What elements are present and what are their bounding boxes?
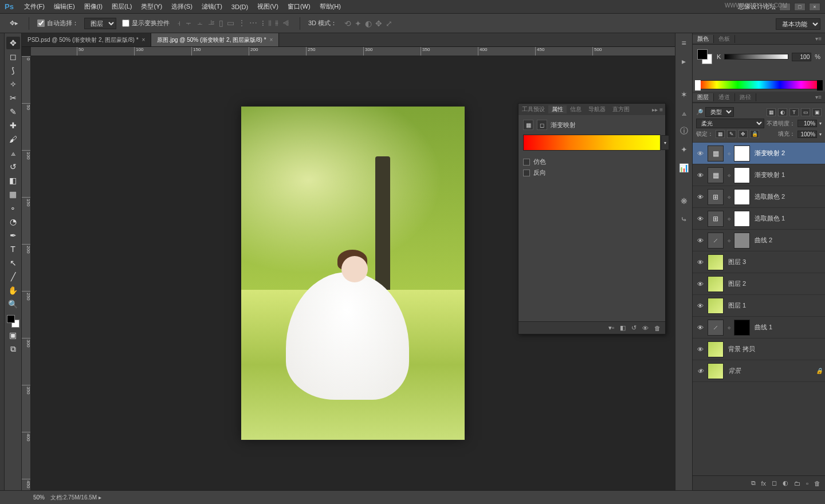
wand-tool[interactable]: ✧ [6, 78, 20, 90]
layer-name[interactable]: 曲线 2 [755, 236, 823, 245]
color-swatch[interactable] [7, 315, 19, 328]
document-tab-1[interactable]: PSD.psd @ 50% (渐变映射 2, 图层蒙版/8) *× [22, 33, 151, 46]
eyedropper-tool[interactable]: ✎ [6, 105, 20, 118]
layer-name[interactable]: 选取颜色 2 [755, 192, 823, 201]
move-tool[interactable]: ✥ [6, 37, 20, 49]
lock-position-icon[interactable]: ✥ [738, 130, 748, 138]
tab-properties[interactable]: 属性 [548, 105, 567, 113]
visibility-toggle[interactable]: 👁 [695, 237, 705, 244]
crop-tool[interactable]: ✂ [6, 92, 20, 104]
layer-row[interactable]: 👁▦⟐渐变映射 2 [693, 143, 825, 164]
gradient-tool[interactable]: ▦ [6, 188, 20, 200]
move-tool-icon[interactable]: ✥▸ [7, 17, 21, 30]
lasso-tool[interactable]: ⟆ [6, 64, 20, 77]
properties-panel[interactable]: 工具预设 属性 信息 导航器 直方图 ▸▸ ≡ ▦ ◻ 渐变映射 ▾ [518, 103, 666, 334]
layer-name[interactable]: 背景 [728, 367, 814, 375]
menu-image[interactable]: 图像(I) [80, 2, 107, 11]
layer-name[interactable]: 渐变映射 1 [755, 171, 823, 179]
visibility-toggle[interactable]: 👁 [695, 368, 705, 375]
k-value-input[interactable] [792, 53, 811, 61]
menu-layer[interactable]: 图层(L) [107, 2, 136, 11]
stamp-tool[interactable]: ⟁ [6, 147, 20, 159]
panel-collapse-icon[interactable]: ▸▸ ≡ [650, 107, 665, 113]
type-tool[interactable]: T [6, 243, 20, 255]
layer-row[interactable]: 👁▦⟐渐变映射 1 [693, 164, 825, 186]
visibility-toggle[interactable]: 👁 [695, 150, 705, 157]
visibility-toggle[interactable]: 👁 [695, 194, 705, 200]
tab-channels[interactable]: 通道 [714, 93, 735, 101]
visibility-toggle[interactable]: 👁 [695, 346, 705, 353]
dock-actions-icon[interactable]: ▸ [678, 55, 690, 68]
lock-all-icon[interactable]: 🔒 [750, 130, 759, 138]
menu-edit[interactable]: 编辑(E) [49, 2, 80, 11]
dodge-tool[interactable]: ◔ [6, 215, 20, 228]
dock-para-icon[interactable]: ⤷ [678, 213, 690, 226]
menu-view[interactable]: 视图(V) [253, 2, 283, 11]
blur-tool[interactable]: ∘ [6, 202, 20, 214]
new-group-icon[interactable]: 🗀 [794, 480, 800, 487]
show-transform-checkbox[interactable]: 显示变换控件 [122, 19, 170, 27]
layer-row[interactable]: 👁⊞⟐选取颜色 2 [693, 186, 825, 208]
clip-icon[interactable]: ▾▫ [608, 324, 614, 332]
auto-select-target[interactable]: 图层 [84, 18, 116, 29]
document-tab-2[interactable]: 原图.jpg @ 50% (渐变映射 2, 图层蒙版/8) *× [151, 33, 279, 46]
visibility-toggle[interactable]: 👁 [695, 215, 705, 222]
window-close-button[interactable]: × [809, 3, 820, 11]
auto-select-checkbox[interactable]: 自动选择： [37, 19, 78, 27]
color-swatch-picker[interactable] [697, 49, 712, 64]
dock-char-icon[interactable]: ❋ [678, 195, 690, 207]
tab-navigator[interactable]: 导航器 [585, 105, 609, 113]
layer-name[interactable]: 曲线 1 [755, 323, 823, 332]
delete-layer-icon[interactable]: 🗑 [814, 480, 820, 487]
workspace-switcher[interactable]: 基本功能 [776, 18, 820, 30]
layer-row[interactable]: 👁图层 3 [693, 251, 825, 273]
menu-type[interactable]: 类型(Y) [136, 2, 167, 11]
delete-icon[interactable]: 🗑 [654, 325, 661, 332]
filter-shape-icon[interactable]: ▭ [801, 108, 810, 116]
link-layers-icon[interactable]: ⧉ [751, 479, 756, 487]
dither-checkbox[interactable]: 仿色 [523, 158, 661, 166]
dock-info-icon[interactable]: ⓘ [678, 125, 690, 137]
layer-name[interactable]: 图层 1 [728, 301, 823, 310]
lock-paint-icon[interactable]: ✎ [727, 130, 736, 138]
k-slider[interactable] [724, 54, 788, 60]
layer-name[interactable]: 背景 拷贝 [728, 345, 823, 353]
menu-file[interactable]: 文件(F) [19, 2, 49, 11]
fill-input[interactable] [798, 131, 817, 138]
menu-window[interactable]: 窗口(W) [283, 2, 315, 11]
close-icon[interactable]: × [270, 37, 273, 43]
tab-info[interactable]: 信息 [567, 105, 585, 113]
filter-smart-icon[interactable]: ▣ [812, 108, 822, 116]
healing-tool[interactable]: ✚ [6, 119, 20, 132]
new-layer-icon[interactable]: ▫ [806, 480, 808, 487]
marquee-tool[interactable]: ◻ [6, 50, 20, 63]
layer-fx-icon[interactable]: fx [761, 480, 767, 487]
screenmode-toggle[interactable]: ⧉ [6, 342, 20, 355]
visibility-toggle[interactable]: 👁 [695, 281, 705, 288]
layer-name[interactable]: 图层 2 [728, 279, 823, 288]
dock-compass-icon[interactable]: ✦ [678, 143, 690, 156]
panel-menu-icon[interactable]: ▾≡ [812, 36, 825, 42]
reverse-checkbox[interactable]: 反向 [523, 168, 661, 177]
filter-adj-icon[interactable]: ◐ [778, 108, 787, 116]
dock-brush-icon[interactable]: ✶ [678, 88, 690, 101]
menu-3d[interactable]: 3D(D) [227, 3, 253, 10]
layer-filter-type[interactable]: 类型 [705, 107, 734, 117]
panel-menu-icon[interactable]: ▾≡ [812, 94, 825, 100]
dock-measure-icon[interactable]: 📊 [678, 162, 690, 174]
layer-row[interactable]: 👁⊞⟐选取颜色 1 [693, 208, 825, 230]
layer-row[interactable]: 👁背景🔒 [693, 360, 825, 382]
zoom-level[interactable]: 50% [6, 494, 42, 501]
layer-name[interactable]: 渐变映射 2 [755, 149, 823, 158]
dock-clone-icon[interactable]: ⟁ [678, 107, 690, 119]
color-spectrum[interactable] [695, 80, 823, 89]
reset-icon[interactable]: ↺ [631, 324, 637, 332]
blend-mode-select[interactable]: 柔光 [696, 119, 764, 128]
chevron-down-icon[interactable]: ▾ [661, 135, 669, 150]
layer-row[interactable]: 👁背景 拷贝 [693, 338, 825, 360]
brush-tool[interactable]: 🖌 [6, 133, 20, 145]
visibility-toggle[interactable]: 👁 [695, 259, 705, 266]
layer-row[interactable]: 👁图层 1 [693, 295, 825, 317]
close-icon[interactable]: × [142, 37, 146, 43]
visibility-toggle[interactable]: 👁 [695, 172, 705, 179]
